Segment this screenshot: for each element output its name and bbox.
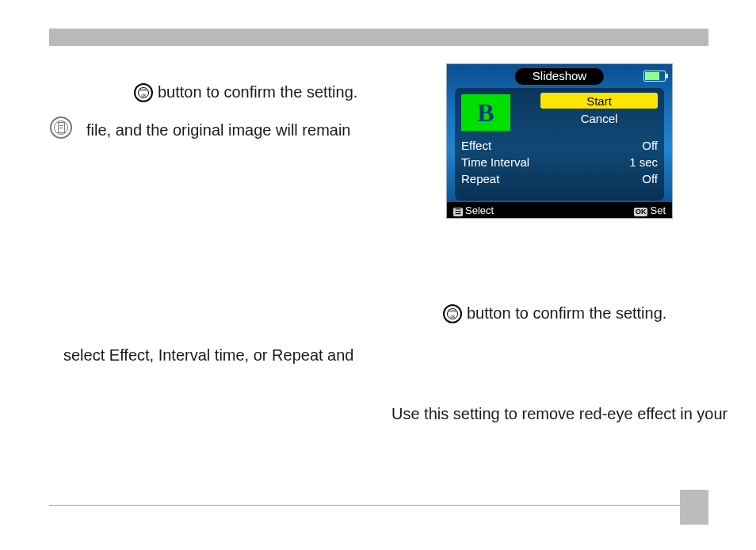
- lcd-menu-cancel[interactable]: Cancel: [540, 110, 658, 126]
- menu-key-icon: ☰: [453, 208, 463, 216]
- instruction-text-4: func ok button to confirm the setting.: [443, 304, 666, 323]
- camera-lcd-preview: Slideshow B Start Cancel Effect Off Time…: [446, 63, 673, 219]
- header-bar: [49, 29, 708, 46]
- lcd-footer-left: ☰Select: [453, 204, 494, 216]
- note-text: file, and the original image will remain: [86, 120, 351, 139]
- lcd-footer: ☰Select OKSet: [447, 202, 672, 218]
- lcd-preview-thumb: B: [461, 94, 510, 131]
- lcd-menu-start[interactable]: Start: [540, 93, 658, 109]
- func-label-bottom: ok: [450, 314, 455, 319]
- lcd-setting-row[interactable]: Effect Off: [461, 137, 658, 154]
- instruction-text-1-content: button to confirm the setting.: [158, 83, 357, 101]
- lcd-settings-list: Effect Off Time Interval 1 sec Repeat Of…: [461, 137, 658, 187]
- lcd-footer-right-label: Set: [650, 204, 666, 216]
- red-eye-text: Use this setting to remove red-eye effec…: [391, 404, 727, 423]
- instruction-text-1: func ok button to confirm the setting.: [134, 82, 357, 102]
- note-doc-icon: [58, 122, 65, 133]
- page-number-tab: [680, 490, 708, 525]
- note-icon: [50, 116, 72, 139]
- func-ok-button-icon: func ok: [134, 83, 153, 102]
- lcd-setting-row[interactable]: Time Interval 1 sec: [461, 154, 658, 170]
- func-label-bottom: ok: [141, 93, 146, 97]
- func-label-top: func: [139, 87, 147, 92]
- instruction-text-4-content: button to confirm the setting.: [467, 304, 666, 322]
- lcd-setting-label: Repeat: [461, 170, 499, 187]
- func-ok-button-icon: func ok: [443, 304, 462, 323]
- footer-rule: [49, 505, 707, 506]
- ok-key-icon: OK: [634, 208, 648, 216]
- manual-page: func ok button to confirm the setting. f…: [0, 0, 756, 550]
- lcd-setting-value: 1 sec: [629, 154, 658, 170]
- lcd-title: Slideshow: [515, 68, 604, 85]
- lcd-setting-row[interactable]: Repeat Off: [461, 170, 658, 187]
- instruction-text-3: select Effect, Interval time, or Repeat …: [63, 346, 353, 365]
- lcd-setting-value: Off: [642, 170, 658, 187]
- lcd-footer-left-label: Select: [465, 204, 494, 216]
- lcd-setting-value: Off: [642, 137, 658, 154]
- func-label-top: func: [449, 308, 456, 313]
- battery-icon: [643, 71, 666, 82]
- lcd-footer-right: OKSet: [634, 204, 666, 216]
- lcd-setting-label: Time Interval: [461, 154, 529, 170]
- lcd-setting-label: Effect: [461, 137, 491, 154]
